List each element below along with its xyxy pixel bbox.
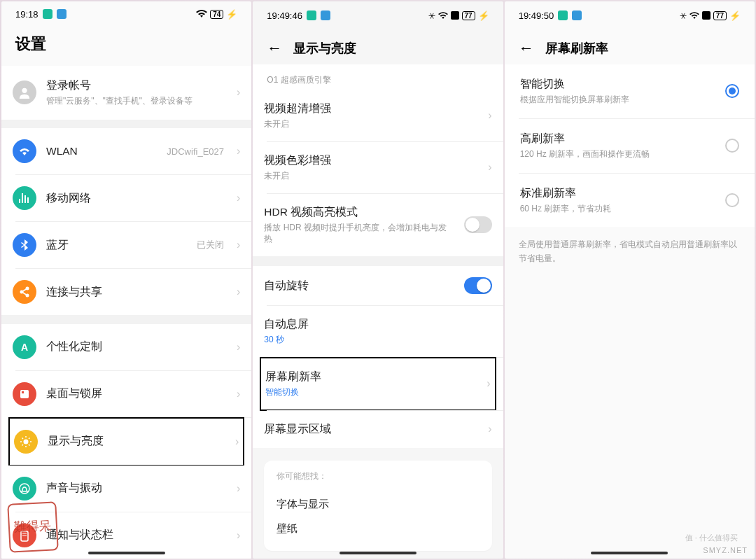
svg-line-13 xyxy=(29,444,30,446)
watermark-text: 值 · 什么值得买 xyxy=(685,533,738,543)
phone-display-settings: 19:49:46 ⚹ 77 ⚡ ← 显示与亮度 O1 超感画质引擎 视频超清增强… xyxy=(253,1,503,559)
row-title: 显示与亮度 xyxy=(48,434,225,449)
display-row[interactable]: 视频超清增强未开启› xyxy=(253,90,503,141)
refresh-rate-option[interactable]: 高刷新率120 Hz 刷新率，画面和操作更流畅 xyxy=(505,119,755,173)
radio-button[interactable] xyxy=(725,139,739,153)
svg-line-14 xyxy=(22,444,24,446)
status-pill-icon xyxy=(307,10,316,20)
settings-row-brightness[interactable]: 显示与亮度› xyxy=(10,419,243,465)
chevron-right-icon: › xyxy=(237,482,240,495)
watermark-text: SMYZ.NET xyxy=(703,546,748,554)
status-pill-icon xyxy=(558,10,568,20)
wifi-icon xyxy=(13,139,36,163)
row-title: 视频超清增强 xyxy=(264,102,478,116)
bluetooth-icon: ⚹ xyxy=(680,10,687,20)
svg-text:A: A xyxy=(21,342,28,353)
row-title: 个性化定制 xyxy=(46,340,227,354)
statusbar: 19:18 74 ⚡ xyxy=(1,1,251,27)
row-title: 移动网络 xyxy=(46,191,227,206)
phone-settings-main: 19:18 74 ⚡ 设置 登录帐号 管理"云服务"、"查找手机"、登录设备等 … xyxy=(1,1,251,559)
palette-icon: A xyxy=(13,335,36,359)
display-row[interactable]: 视频色彩增强未开启› xyxy=(253,142,503,193)
svg-point-7 xyxy=(24,439,29,444)
row-title: 蓝牙 xyxy=(46,238,187,253)
row-sub: 30 秒 xyxy=(264,334,491,346)
row-title: HDR 视频高亮模式 xyxy=(264,205,454,220)
page-header: ← 显示与亮度 xyxy=(253,29,503,64)
row-title: 通知与状态栏 xyxy=(46,528,227,542)
chevron-right-icon: › xyxy=(488,423,491,435)
chevron-right-icon: › xyxy=(488,109,491,122)
account-row[interactable]: 登录帐号 管理"云服务"、"查找手机"、登录设备等 › xyxy=(1,66,251,120)
svg-point-16 xyxy=(20,484,29,493)
suggestion-link[interactable]: 壁纸 xyxy=(276,517,479,541)
status-time: 19:49:46 xyxy=(267,10,302,21)
settings-row-share[interactable]: 连接与共享› xyxy=(1,269,251,315)
chevron-right-icon: › xyxy=(486,377,490,390)
gesture-bar xyxy=(591,552,668,554)
gesture-bar xyxy=(340,552,416,554)
chevron-right-icon: › xyxy=(488,161,491,174)
page-title: 显示与亮度 xyxy=(293,40,356,57)
option-title: 智能切换 xyxy=(520,77,715,92)
svg-line-12 xyxy=(22,438,24,439)
settings-row-bluetooth[interactable]: 蓝牙已关闭› xyxy=(1,222,251,268)
account-title: 登录帐号 xyxy=(46,78,227,93)
share-icon xyxy=(13,280,36,304)
svg-line-15 xyxy=(29,438,30,439)
nfc-icon xyxy=(702,11,710,20)
settings-row-wifi[interactable]: WLANJDCwifi_E027› xyxy=(1,128,251,174)
battery-icon: 77 xyxy=(462,11,475,20)
row-value: JDCwifi_E027 xyxy=(167,146,224,157)
display-row[interactable]: 屏幕刷新率智能切换› xyxy=(261,358,494,410)
refresh-rate-option[interactable]: 标准刷新率60 Hz 刷新率，节省功耗 xyxy=(505,174,755,227)
row-title: 自动息屏 xyxy=(264,317,491,332)
watermark-stamp: 難得呆 xyxy=(7,501,59,553)
radio-button[interactable] xyxy=(725,193,739,207)
chevron-right-icon: › xyxy=(237,239,240,251)
display-row[interactable]: 自动旋转 xyxy=(253,266,503,305)
row-sub: 未开启 xyxy=(264,118,478,130)
charging-icon: ⚡ xyxy=(729,10,741,21)
toggle-switch[interactable] xyxy=(464,277,492,294)
wifi-icon xyxy=(438,12,448,20)
status-pill-icon xyxy=(43,9,52,19)
option-sub: 根据应用智能切换屏幕刷新率 xyxy=(520,94,715,106)
battery-icon: 74 xyxy=(210,10,223,19)
row-title: WLAN xyxy=(46,145,157,158)
row-title: 屏幕显示区域 xyxy=(264,422,478,437)
svg-rect-6 xyxy=(22,391,24,393)
desktop-icon xyxy=(13,382,36,406)
statusbar: 19:49:46 ⚹ 77 ⚡ xyxy=(253,1,503,29)
display-row[interactable]: 屏幕显示区域› xyxy=(253,411,503,448)
option-title: 标准刷新率 xyxy=(520,186,715,201)
page-title: 屏幕刷新率 xyxy=(545,40,608,57)
settings-row-desktop[interactable]: 桌面与锁屏› xyxy=(1,371,251,417)
display-row[interactable]: 自动息屏30 秒 xyxy=(253,306,503,357)
wifi-icon xyxy=(690,12,699,20)
option-title: 高刷新率 xyxy=(520,132,715,146)
row-value: 已关闭 xyxy=(197,239,224,251)
row-title: 连接与共享 xyxy=(46,285,227,300)
back-icon[interactable]: ← xyxy=(519,39,534,57)
chevron-right-icon: › xyxy=(237,341,240,354)
radio-button[interactable] xyxy=(725,84,739,98)
option-sub: 60 Hz 刷新率，节省功耗 xyxy=(520,203,715,215)
svg-rect-5 xyxy=(20,390,29,398)
chevron-right-icon: › xyxy=(235,435,239,448)
option-sub: 120 Hz 刷新率，画面和操作更流畅 xyxy=(520,148,715,160)
toggle-switch[interactable] xyxy=(464,216,492,233)
row-title: 桌面与锁屏 xyxy=(46,386,227,401)
status-time: 19:18 xyxy=(15,9,38,20)
svg-point-0 xyxy=(22,88,27,93)
display-row[interactable]: HDR 视频高亮模式播放 HDR 视频时提升手机亮度，会增加耗电与发热 xyxy=(253,194,503,257)
row-title: 视频色彩增强 xyxy=(264,153,478,168)
refresh-rate-option[interactable]: 智能切换根据应用智能切换屏幕刷新率 xyxy=(505,64,755,118)
charging-icon: ⚡ xyxy=(226,9,237,20)
settings-row-mobile[interactable]: 移动网络› xyxy=(1,175,251,221)
suggestion-link[interactable]: 字体与显示 xyxy=(276,492,479,517)
back-icon[interactable]: ← xyxy=(267,39,282,57)
row-sub: 播放 HDR 视频时提升手机亮度，会增加耗电与发热 xyxy=(264,222,454,246)
chevron-right-icon: › xyxy=(237,529,240,542)
settings-row-palette[interactable]: A个性化定制› xyxy=(1,324,251,370)
